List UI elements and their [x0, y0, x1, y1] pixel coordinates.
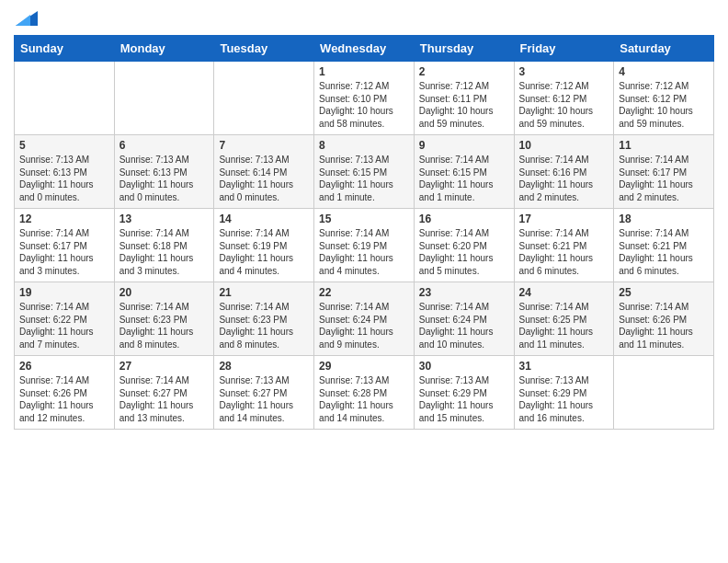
day-info: Sunrise: 7:14 AMSunset: 6:24 PMDaylight:… [319, 301, 409, 350]
calendar-cell: 7Sunrise: 7:13 AMSunset: 6:14 PMDaylight… [214, 135, 314, 209]
day-number: 11 [619, 139, 709, 152]
day-number: 28 [219, 360, 309, 373]
day-number: 1 [319, 65, 409, 78]
calendar-cell: 26Sunrise: 7:14 AMSunset: 6:26 PMDayligh… [15, 356, 115, 430]
weekday-header-row: SundayMondayTuesdayWednesdayThursdayFrid… [15, 36, 714, 62]
weekday-header-thursday: Thursday [414, 36, 514, 62]
day-number: 10 [519, 139, 609, 152]
calendar-cell: 17Sunrise: 7:14 AMSunset: 6:21 PMDayligh… [514, 209, 614, 282]
day-info: Sunrise: 7:14 AMSunset: 6:23 PMDaylight:… [219, 301, 309, 350]
day-info: Sunrise: 7:14 AMSunset: 6:21 PMDaylight:… [619, 227, 709, 277]
calendar-cell [114, 62, 214, 135]
day-number: 26 [19, 360, 109, 373]
day-info: Sunrise: 7:13 AMSunset: 6:27 PMDaylight:… [219, 374, 309, 424]
day-number: 15 [319, 213, 409, 225]
calendar-cell: 24Sunrise: 7:14 AMSunset: 6:25 PMDayligh… [514, 282, 614, 356]
weekday-header-tuesday: Tuesday [214, 36, 314, 62]
calendar-week-row: 12Sunrise: 7:14 AMSunset: 6:17 PMDayligh… [15, 209, 714, 282]
day-info: Sunrise: 7:14 AMSunset: 6:26 PMDaylight:… [619, 301, 709, 350]
calendar-cell: 27Sunrise: 7:14 AMSunset: 6:27 PMDayligh… [114, 356, 214, 430]
calendar-cell: 2Sunrise: 7:12 AMSunset: 6:11 PMDaylight… [414, 62, 514, 135]
calendar-cell: 23Sunrise: 7:14 AMSunset: 6:24 PMDayligh… [414, 282, 514, 356]
day-number: 13 [119, 213, 210, 225]
day-number: 17 [519, 213, 609, 225]
day-info: Sunrise: 7:14 AMSunset: 6:22 PMDaylight:… [19, 301, 109, 350]
calendar-cell: 13Sunrise: 7:14 AMSunset: 6:18 PMDayligh… [114, 209, 214, 282]
weekday-header-monday: Monday [114, 36, 214, 62]
calendar-cell: 4Sunrise: 7:12 AMSunset: 6:12 PMDaylight… [614, 62, 714, 135]
day-number: 20 [119, 286, 210, 299]
day-info: Sunrise: 7:13 AMSunset: 6:13 PMDaylight:… [119, 154, 210, 203]
day-number: 12 [19, 213, 109, 225]
day-number: 19 [19, 286, 109, 299]
day-number: 7 [219, 139, 309, 152]
day-info: Sunrise: 7:14 AMSunset: 6:21 PMDaylight:… [519, 227, 609, 277]
calendar-cell: 9Sunrise: 7:14 AMSunset: 6:15 PMDaylight… [414, 135, 514, 209]
calendar-week-row: 19Sunrise: 7:14 AMSunset: 6:22 PMDayligh… [15, 282, 714, 356]
day-number: 31 [519, 360, 609, 373]
day-number: 24 [519, 286, 609, 299]
header [14, 9, 714, 28]
calendar-cell: 29Sunrise: 7:13 AMSunset: 6:28 PMDayligh… [314, 356, 415, 430]
calendar-week-row: 26Sunrise: 7:14 AMSunset: 6:26 PMDayligh… [15, 356, 714, 430]
calendar-cell: 20Sunrise: 7:14 AMSunset: 6:23 PMDayligh… [114, 282, 214, 356]
calendar-cell: 1Sunrise: 7:12 AMSunset: 6:10 PMDaylight… [314, 62, 415, 135]
calendar-cell: 31Sunrise: 7:13 AMSunset: 6:29 PMDayligh… [514, 356, 614, 430]
day-info: Sunrise: 7:14 AMSunset: 6:27 PMDaylight:… [119, 374, 210, 424]
day-info: Sunrise: 7:13 AMSunset: 6:14 PMDaylight:… [219, 154, 309, 203]
weekday-header-sunday: Sunday [15, 36, 115, 62]
calendar-cell: 8Sunrise: 7:13 AMSunset: 6:15 PMDaylight… [314, 135, 415, 209]
calendar-cell: 16Sunrise: 7:14 AMSunset: 6:20 PMDayligh… [414, 209, 514, 282]
calendar-cell: 11Sunrise: 7:14 AMSunset: 6:17 PMDayligh… [614, 135, 714, 209]
day-info: Sunrise: 7:14 AMSunset: 6:19 PMDaylight:… [319, 227, 409, 277]
calendar-week-row: 1Sunrise: 7:12 AMSunset: 6:10 PMDaylight… [15, 62, 714, 135]
svg-marker-1 [16, 15, 30, 26]
calendar-cell [614, 356, 714, 430]
day-info: Sunrise: 7:14 AMSunset: 6:17 PMDaylight:… [619, 154, 709, 203]
day-info: Sunrise: 7:13 AMSunset: 6:28 PMDaylight:… [319, 374, 409, 424]
day-number: 4 [619, 65, 709, 78]
calendar-cell: 10Sunrise: 7:14 AMSunset: 6:16 PMDayligh… [514, 135, 614, 209]
calendar-cell: 22Sunrise: 7:14 AMSunset: 6:24 PMDayligh… [314, 282, 415, 356]
day-number: 25 [619, 286, 709, 299]
day-info: Sunrise: 7:13 AMSunset: 6:15 PMDaylight:… [319, 154, 409, 203]
page: SundayMondayTuesdayWednesdayThursdayFrid… [0, 0, 728, 563]
day-info: Sunrise: 7:12 AMSunset: 6:12 PMDaylight:… [519, 80, 609, 130]
calendar-cell [15, 62, 115, 135]
day-number: 8 [319, 139, 409, 152]
day-number: 23 [419, 286, 509, 299]
day-info: Sunrise: 7:14 AMSunset: 6:20 PMDaylight:… [419, 227, 509, 277]
logo-icon [16, 7, 38, 26]
calendar-cell: 19Sunrise: 7:14 AMSunset: 6:22 PMDayligh… [15, 282, 115, 356]
weekday-header-wednesday: Wednesday [314, 36, 415, 62]
calendar-cell: 25Sunrise: 7:14 AMSunset: 6:26 PMDayligh… [614, 282, 714, 356]
day-info: Sunrise: 7:12 AMSunset: 6:12 PMDaylight:… [619, 80, 709, 130]
day-number: 2 [419, 65, 509, 78]
calendar-cell: 14Sunrise: 7:14 AMSunset: 6:19 PMDayligh… [214, 209, 314, 282]
day-number: 14 [219, 213, 309, 225]
day-number: 30 [419, 360, 509, 373]
weekday-header-friday: Friday [514, 36, 614, 62]
day-number: 22 [319, 286, 409, 299]
calendar-cell: 6Sunrise: 7:13 AMSunset: 6:13 PMDaylight… [114, 135, 214, 209]
calendar-cell: 21Sunrise: 7:14 AMSunset: 6:23 PMDayligh… [214, 282, 314, 356]
calendar-cell: 5Sunrise: 7:13 AMSunset: 6:13 PMDaylight… [15, 135, 115, 209]
day-number: 9 [419, 139, 509, 152]
calendar-cell: 18Sunrise: 7:14 AMSunset: 6:21 PMDayligh… [614, 209, 714, 282]
day-info: Sunrise: 7:14 AMSunset: 6:17 PMDaylight:… [19, 227, 109, 277]
day-info: Sunrise: 7:14 AMSunset: 6:19 PMDaylight:… [219, 227, 309, 277]
day-number: 16 [419, 213, 509, 225]
day-number: 21 [219, 286, 309, 299]
calendar-cell: 12Sunrise: 7:14 AMSunset: 6:17 PMDayligh… [15, 209, 115, 282]
day-info: Sunrise: 7:13 AMSunset: 6:29 PMDaylight:… [519, 374, 609, 424]
day-info: Sunrise: 7:14 AMSunset: 6:16 PMDaylight:… [519, 154, 609, 203]
calendar-cell: 30Sunrise: 7:13 AMSunset: 6:29 PMDayligh… [414, 356, 514, 430]
day-info: Sunrise: 7:14 AMSunset: 6:25 PMDaylight:… [519, 301, 609, 350]
calendar-cell: 3Sunrise: 7:12 AMSunset: 6:12 PMDaylight… [514, 62, 614, 135]
day-number: 6 [119, 139, 210, 152]
day-number: 5 [19, 139, 109, 152]
day-info: Sunrise: 7:13 AMSunset: 6:13 PMDaylight:… [19, 154, 109, 203]
day-info: Sunrise: 7:12 AMSunset: 6:11 PMDaylight:… [419, 80, 509, 130]
day-number: 27 [119, 360, 210, 373]
day-info: Sunrise: 7:14 AMSunset: 6:24 PMDaylight:… [419, 301, 509, 350]
